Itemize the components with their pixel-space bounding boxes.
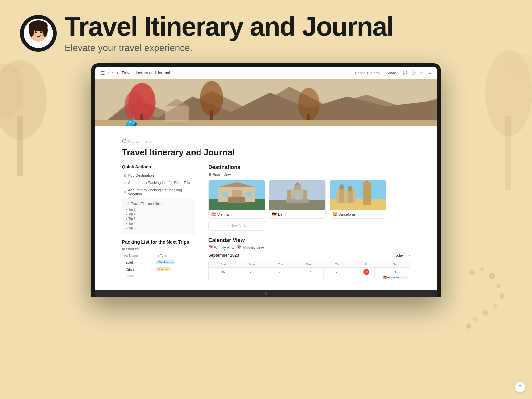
page-title: Travel Itinerary and Journal [122, 147, 410, 158]
type-col-label: ⊙ Type [156, 254, 167, 258]
menu-icon[interactable]: ☰ [101, 70, 105, 76]
help-button[interactable]: ? [515, 382, 525, 392]
prev-month-button[interactable]: ‹ [388, 253, 389, 257]
tip-1-label: Tip 1 [128, 208, 136, 211]
db-name: Short trip [126, 247, 140, 251]
add-icon[interactable]: + [116, 70, 119, 76]
date-24: 24 [220, 269, 226, 275]
new-destination-button[interactable]: + New New [208, 221, 265, 231]
date-29: 29 [363, 269, 369, 275]
tip-2-label: Tip 2 [128, 212, 136, 216]
notion-topbar: ☰ ‹ › + Travel Itinerary and Journal Edi… [95, 67, 437, 79]
tip-3-label: Tip 3 [128, 217, 136, 221]
right-column: Destinations ⊞ Board view [208, 164, 410, 281]
add-comment-row[interactable]: 💬 Add comment [122, 139, 410, 143]
destinations-heading: Destinations [208, 164, 410, 170]
event-flag: 🇪🇸 [383, 276, 387, 279]
tip-5-bullet [126, 228, 127, 229]
weekly-icon: 📅 [208, 245, 213, 250]
destinations-section: Destinations ⊞ Board view [208, 164, 410, 231]
item-name-tablet: Tablet [122, 259, 154, 266]
calendar-heading: Calendar View [208, 237, 410, 243]
svg-rect-35 [165, 106, 189, 122]
day-header-sun: Sun [209, 261, 237, 268]
main-subtitle: Elevate your travel experience. [65, 43, 393, 53]
clock-icon[interactable]: 🕐 [411, 71, 416, 75]
svg-point-20 [35, 31, 37, 33]
destination-cards: 🇦🇹 Vienna [208, 180, 410, 219]
cal-cell-26[interactable]: 26 [266, 268, 295, 281]
item-name-tshirt: T-Shirt [122, 266, 154, 273]
svg-point-61 [339, 184, 344, 190]
berlin-image [269, 180, 325, 210]
more-icon[interactable]: ••• [427, 71, 431, 75]
tips-box: 📄 Travel Tips and Notes Tip 1 Tip 2 [122, 199, 195, 234]
quick-action-add-destination[interactable]: ⊞ Add Destination [122, 173, 195, 178]
comment-icon[interactable]: 💬 [403, 71, 407, 75]
cal-cell-24[interactable]: 24 [209, 268, 237, 281]
laptop: ☰ ‹ › + Travel Itinerary and Journal Edi… [91, 63, 441, 297]
monthly-view-tab[interactable]: 📅 Monthly view [237, 245, 264, 250]
barcelona-event[interactable]: 🇪🇸 Barcelona [382, 276, 408, 279]
cal-cell-30[interactable]: 30 🇪🇸 Barcelona [381, 268, 410, 281]
star-icon[interactable]: ☆ [420, 71, 423, 75]
add-comment-label: Add comment [128, 139, 151, 143]
back-icon[interactable]: ‹ [108, 70, 109, 76]
barcelona-image [330, 180, 386, 210]
day-header-sat: Sat [381, 261, 410, 268]
svg-rect-53 [295, 194, 300, 200]
tip-4: Tip 4 [126, 222, 192, 225]
packing-section: Packing List for the Next Trips ⊞ Short … [122, 239, 195, 279]
packing-long-label: Add Item to Packing List for Long Vacati… [128, 188, 194, 196]
weekly-view-tab[interactable]: 📅 Weekly view [208, 245, 234, 250]
svg-rect-44 [228, 197, 245, 203]
dest-card-berlin[interactable]: 🇩🇪 Berlin [269, 180, 326, 219]
tip-1-bullet [126, 209, 127, 210]
packing-table: Aa Name ⊙ Type Tablet [122, 253, 195, 273]
event-label: Barcelona [387, 276, 399, 279]
date-27: 27 [306, 269, 312, 275]
cal-cell-27[interactable]: 27 [295, 268, 324, 281]
header: Travel Itinerary and Journal Elevate you… [0, 0, 532, 60]
col-name: Aa Name [122, 253, 154, 259]
vienna-footer: 🇦🇹 Vienna [209, 210, 265, 218]
dest-card-vienna[interactable]: 🇦🇹 Vienna [208, 180, 265, 219]
quick-action-packing-long[interactable]: ⊞ Add Item to Packing List for Long Vaca… [122, 187, 195, 197]
db-icon: ⊞ [122, 247, 125, 251]
day-header-tue: Tue [266, 261, 295, 268]
table-row: T-Shirt Clothing [122, 266, 195, 273]
day-header-thu: Thu [324, 261, 352, 268]
share-button[interactable]: Share [384, 70, 399, 76]
item-type-tablet: Electronics [154, 259, 195, 266]
content-columns: Quick Actions ⊞ Add Destination ⊞ Add It… [122, 164, 410, 281]
edited-text: Edited 10h ago [355, 71, 380, 75]
cal-cell-28[interactable]: 28 [324, 268, 352, 281]
topbar-page-title: Travel Itinerary and Journal [122, 71, 170, 75]
svg-rect-56 [363, 182, 371, 205]
day-header-fri: Fri [352, 261, 381, 268]
dest-card-barcelona[interactable]: 🇪🇸 Barcelona [330, 180, 386, 219]
quick-action-packing-short[interactable]: ⊞ Add Item to Packing List for Short Tri… [122, 180, 195, 185]
vienna-flag: 🇦🇹 [211, 212, 216, 216]
board-view-label[interactable]: ⊞ Board view [208, 172, 410, 177]
today-button[interactable]: Today [392, 252, 406, 258]
cal-cell-25[interactable]: 25 [237, 268, 266, 281]
tips-icon: 📄 [126, 202, 130, 206]
add-destination-label: Add Destination [128, 173, 154, 177]
barcelona-flag: 🇪🇸 [332, 212, 337, 216]
monthly-label: Monthly view [243, 246, 264, 250]
packing-short-label: Add Item to Packing List for Short Trip [128, 181, 190, 185]
laptop-screen: ☰ ‹ › + Travel Itinerary and Journal Edi… [95, 67, 437, 290]
tag-electronics: Electronics [156, 260, 175, 264]
svg-rect-58 [336, 190, 356, 203]
tip-2: Tip 2 [126, 212, 192, 216]
add-new-button[interactable]: + New [122, 273, 195, 279]
cal-cell-29[interactable]: 29 [352, 268, 381, 281]
calendar-month: September 2023 [208, 253, 239, 258]
svg-point-22 [33, 34, 36, 36]
logo-circle [20, 15, 57, 52]
forward-icon[interactable]: › [112, 70, 114, 76]
next-month-button[interactable]: › [409, 253, 410, 257]
svg-rect-48 [294, 185, 301, 190]
new-dest-label: + New [227, 224, 238, 228]
